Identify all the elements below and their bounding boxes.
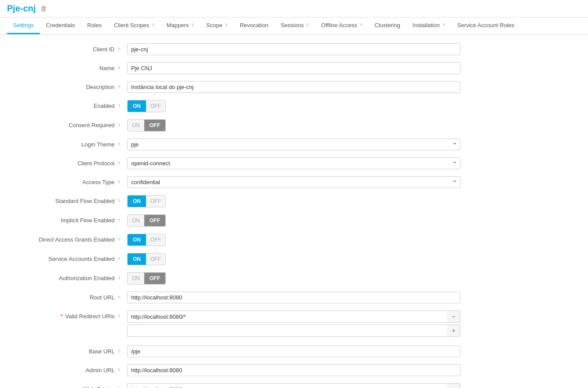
redirect-uri-input-2[interactable] [127,324,447,337]
client-protocol-select[interactable]: openid-connect saml [127,157,460,169]
access-type-select[interactable]: confidential public bearer-only [127,176,460,188]
consent-required-row: Consent Required ? ON OFF [13,119,469,132]
consent-off-button[interactable]: OFF [144,120,165,131]
access-type-row: Access Type ? confidential public bearer… [13,176,469,188]
consent-required-toggle[interactable]: ON OFF [127,119,166,132]
name-input[interactable] [127,62,460,74]
authorization-enabled-label: Authorization Enabled ? [13,272,127,281]
service-accounts-toggle[interactable]: ON OFF [127,253,166,265]
authorization-on-button[interactable]: ON [128,273,144,284]
client-id-input[interactable] [127,43,460,55]
enabled-off-button[interactable]: OFF [146,100,165,112]
service-accounts-help-icon[interactable]: ? [118,256,120,262]
implicit-flow-label: Implicit Flow Enabled ? [13,214,127,224]
installation-help-icon: ? [442,23,445,28]
admin-url-row: Admin URL ? [13,364,469,376]
tab-bar: Settings Credentials Roles Client Scopes… [0,18,588,35]
base-url-row: Base URL ? [13,345,469,357]
tab-roles[interactable]: Roles [81,18,108,34]
redirect-uri-add-button[interactable]: + [447,324,460,337]
standard-flow-help-icon[interactable]: ? [118,199,120,204]
settings-content: Client ID ? Name ? Description ? Enabled… [0,35,482,388]
tab-scope[interactable]: Scope ? [200,18,234,34]
delete-client-icon[interactable]: 🗑 [40,5,47,13]
service-accounts-off-button[interactable]: OFF [146,253,165,265]
sessions-help-icon: ? [306,23,309,28]
name-help-icon[interactable]: ? [118,66,120,71]
enabled-row: Enabled ? ON OFF [13,100,469,112]
direct-access-label: Direct Access Grants Enabled ? [13,234,127,243]
consent-on-button[interactable]: ON [128,120,144,131]
client-id-row: Client ID ? [13,43,469,55]
tab-clustering[interactable]: Clustering [368,18,406,34]
redirect-uri-remove-button-1[interactable]: − [447,310,460,323]
direct-access-row: Direct Access Grants Enabled ? ON OFF [13,234,469,246]
description-input[interactable] [127,81,460,93]
login-theme-row: Login Theme ? pje [13,139,469,150]
tab-client-scopes[interactable]: Client Scopes ? [108,18,160,34]
authorization-enabled-help-icon[interactable]: ? [118,276,120,281]
name-label: Name ? [13,62,127,71]
implicit-flow-row: Implicit Flow Enabled ? ON OFF [13,214,469,227]
consent-required-help-icon[interactable]: ? [118,123,120,128]
tab-offline-access[interactable]: Offline Access ? [315,18,368,34]
web-origins-row: Web Origins ? − + [13,383,469,388]
admin-url-help-icon[interactable]: ? [118,368,120,373]
service-accounts-on-button[interactable]: ON [128,253,146,265]
tab-credentials[interactable]: Credentials [40,18,81,34]
consent-required-label: Consent Required ? [13,119,127,128]
standard-flow-on-button[interactable]: ON [128,196,146,207]
tab-sessions[interactable]: Sessions ? [274,18,315,34]
enabled-help-icon[interactable]: ? [118,103,120,109]
authorization-enabled-toggle[interactable]: ON OFF [127,272,166,285]
client-protocol-row: Client Protocol ? openid-connect saml [13,157,469,169]
web-origin-remove-button-1[interactable]: − [447,383,460,388]
web-origin-row-1: − [127,383,460,388]
access-type-help-icon[interactable]: ? [118,180,120,185]
redirect-uri-input-1[interactable] [127,310,447,323]
base-url-input[interactable] [127,345,460,357]
client-protocol-help-icon[interactable]: ? [118,161,120,166]
direct-access-help-icon[interactable]: ? [118,237,120,242]
description-row: Description ? [13,81,469,93]
implicit-flow-toggle[interactable]: ON OFF [127,214,166,227]
valid-redirect-uris-row: * Valid Redirect URIs ? − + [13,310,469,338]
web-origin-input-1[interactable] [127,383,447,388]
mappers-help-icon: ? [191,23,194,28]
root-url-input[interactable] [127,292,460,303]
login-theme-select[interactable]: pje [127,139,460,150]
standard-flow-toggle[interactable]: ON OFF [127,195,166,207]
client-id-help-icon[interactable]: ? [118,47,120,52]
implicit-flow-off-button[interactable]: OFF [144,215,165,226]
standard-flow-off-button[interactable]: OFF [146,196,165,207]
implicit-flow-on-button[interactable]: ON [128,215,144,226]
login-theme-help-icon[interactable]: ? [118,142,120,147]
direct-access-on-button[interactable]: ON [128,234,146,246]
tab-settings[interactable]: Settings [7,18,40,34]
tab-installation[interactable]: Installation ? [406,18,451,34]
tab-revocation[interactable]: Revocation [234,18,274,34]
tab-mappers[interactable]: Mappers ? [160,18,200,34]
authorization-off-button[interactable]: OFF [144,273,165,284]
description-help-icon[interactable]: ? [118,85,120,90]
root-url-row: Root URL ? [13,292,469,303]
base-url-label: Base URL ? [13,345,127,355]
web-origins-wrapper: − + [127,383,460,388]
description-label: Description ? [13,81,127,90]
valid-redirect-help-icon[interactable]: ? [118,314,120,319]
valid-redirect-uris-label: * Valid Redirect URIs ? [13,310,127,320]
tab-service-account-roles[interactable]: Service Account Roles [451,18,520,34]
implicit-flow-help-icon[interactable]: ? [118,218,120,223]
enabled-on-button[interactable]: ON [128,100,146,112]
web-origins-label: Web Origins ? [13,383,127,388]
direct-access-off-button[interactable]: OFF [146,234,165,246]
root-url-help-icon[interactable]: ? [118,295,120,300]
client-protocol-label: Client Protocol ? [13,157,127,167]
direct-access-toggle[interactable]: ON OFF [127,234,166,246]
admin-url-input[interactable] [127,364,460,376]
base-url-help-icon[interactable]: ? [118,349,120,354]
access-type-label: Access Type ? [13,176,127,185]
enabled-toggle[interactable]: ON OFF [127,100,166,112]
standard-flow-label: Standard Flow Enabled ? [13,195,127,204]
service-accounts-label: Service Accounts Enabled ? [13,253,127,262]
